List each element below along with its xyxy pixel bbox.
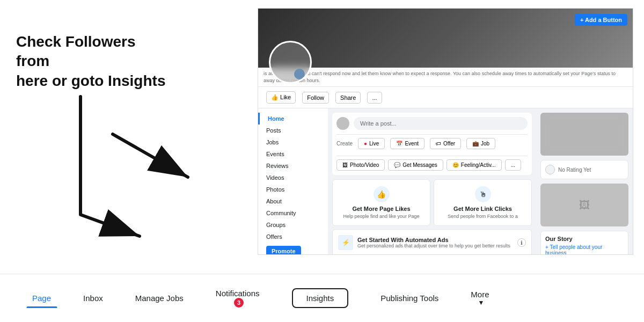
annotation-line2: here or goto Insights	[16, 72, 165, 89]
clicks-card-title: Get More Link Clicks	[441, 206, 525, 212]
ads-content: Get Started With Automated Ads Get perso…	[357, 237, 513, 248]
automated-ads-card: ⚡ Get Started With Automated Ads Get per…	[332, 229, 532, 255]
fb-create-bar: Write a post... Create ● Live 📅 Event 🏷 …	[332, 113, 532, 175]
likes-card-icon: 👍	[374, 186, 390, 202]
fb-card-row: 👍 Get More Page Likes Help people find a…	[332, 179, 532, 226]
event-btn[interactable]: 📅 Event	[390, 138, 425, 149]
sidebar-item-photos[interactable]: Photos	[258, 184, 328, 195]
fb-right-img-placeholder: 🖼	[540, 184, 628, 226]
sidebar-item-videos[interactable]: Videos	[258, 172, 328, 184]
fb-cover-photo: + Add a Button	[258, 9, 633, 68]
no-rating-text: No Rating Yet	[558, 167, 591, 173]
live-btn[interactable]: ● Live	[358, 138, 385, 149]
placeholder-icon: 🖼	[579, 199, 590, 211]
sidebar-item-groups[interactable]: Groups	[258, 219, 328, 231]
nav-manage-jobs-label: Manage Jobs	[135, 294, 184, 303]
nav-page-label: Page	[32, 294, 51, 303]
share-button[interactable]: Share	[335, 92, 361, 104]
fb-screenshot: + Add a Button is away. Tell them you ca…	[258, 8, 633, 255]
ads-icon: ⚡	[338, 235, 353, 250]
fb-main-area: Home Posts Jobs Events Reviews Videos Ph…	[258, 108, 633, 255]
get-messages-btn[interactable]: 💬 Get Messages	[388, 159, 443, 171]
fb-like-row: 👍 Like Follow Share ...	[258, 87, 633, 108]
promote-button[interactable]: Promote	[266, 246, 301, 255]
ads-info-icon[interactable]: ℹ	[517, 238, 526, 247]
ads-title: Get Started With Automated Ads	[357, 237, 513, 243]
create-more-btn[interactable]: ...	[505, 159, 521, 171]
fb-page-actions: + Add a Button	[575, 14, 627, 26]
fb-sidebar: Home Posts Jobs Events Reviews Videos Ph…	[258, 108, 328, 255]
more-arrow-icon: ▼	[478, 299, 485, 306]
post-avatar	[336, 117, 349, 130]
nav-item-page[interactable]: Page	[16, 288, 67, 308]
fb-our-story-box: Our Story + Tell people about your busin…	[540, 231, 628, 255]
follow-button[interactable]: Follow	[302, 92, 329, 104]
annotation-line1: Check Followers from	[16, 33, 136, 69]
nav-publishing-tools-label: Publishing Tools	[380, 294, 438, 303]
our-story-link[interactable]: + Tell people about your business	[545, 244, 624, 255]
get-more-clicks-card: 🖱 Get More Link Clicks Send people from …	[434, 179, 532, 226]
fb-right-panel: No Rating Yet 🖼 Our Story + Tell people …	[536, 108, 633, 255]
fb-create-action-row: Create ● Live 📅 Event 🏷 Offer 💼	[336, 134, 528, 152]
fb-center-content: Write a post... Create ● Live 📅 Event 🏷 …	[328, 108, 536, 255]
get-more-likes-card: 👍 Get More Page Likes Help people find a…	[332, 179, 430, 226]
fb-create-second-row: 🖼 Photo/Video 💬 Get Messages 😊 Feeling/A…	[336, 156, 528, 171]
notifications-badge: 3	[234, 298, 244, 308]
nav-insights-label: Insights	[292, 288, 349, 308]
bottom-nav: Page Inbox Manage Jobs Notifications 3 I…	[0, 274, 644, 322]
clicks-card-desc: Send people from Facebook to a	[441, 214, 525, 219]
offer-btn[interactable]: 🏷 Offer	[430, 138, 461, 149]
photo-video-btn[interactable]: 🖼 Photo/Video	[336, 159, 385, 171]
write-post-box[interactable]: Write a post...	[354, 117, 528, 130]
nav-inbox-label: Inbox	[83, 294, 103, 303]
like-button[interactable]: 👍 Like	[266, 91, 296, 104]
fb-away-msg: is away. Tell them you can't respond now…	[258, 68, 633, 87]
clicks-card-icon: 🖱	[475, 186, 491, 202]
fb-right-image	[540, 113, 628, 156]
nav-item-more[interactable]: More ▼	[455, 284, 505, 312]
sidebar-item-events[interactable]: Events	[258, 148, 328, 160]
more-button[interactable]: ...	[367, 92, 382, 104]
sidebar-item-jobs[interactable]: Jobs	[258, 136, 328, 148]
sidebar-item-community[interactable]: Community	[258, 207, 328, 219]
fb-profile-pic	[269, 41, 312, 84]
nav-more-label: More	[471, 290, 489, 299]
likes-card-title: Get More Page Likes	[339, 206, 423, 212]
likes-card-desc: Help people find and like your Page	[339, 214, 423, 219]
sidebar-item-reviews[interactable]: Reviews	[258, 160, 328, 172]
sidebar-item-offers[interactable]: Offers	[258, 231, 328, 243]
add-button[interactable]: + Add a Button	[575, 14, 627, 26]
nav-notifications-label: Notifications	[216, 289, 260, 298]
sidebar-item-home[interactable]: Home	[258, 113, 328, 125]
fb-suggestion-cards: 👍 Get More Page Likes Help people find a…	[332, 179, 532, 255]
nav-item-inbox[interactable]: Inbox	[67, 288, 119, 308]
feeling-btn[interactable]: 😊 Feeling/Activ...	[447, 159, 502, 171]
annotation-text: Check Followers from here or goto Insigh…	[16, 32, 166, 91]
create-label: Create	[336, 141, 353, 147]
nav-item-publishing-tools[interactable]: Publishing Tools	[364, 288, 455, 308]
fb-no-rating-box: No Rating Yet	[540, 160, 628, 179]
fb-create-top: Write a post...	[336, 117, 528, 130]
nav-item-notifications[interactable]: Notifications 3	[200, 283, 276, 313]
our-story-title: Our Story	[545, 236, 624, 242]
fb-right-image-content	[540, 113, 628, 156]
sidebar-item-posts[interactable]: Posts	[258, 125, 328, 136]
ads-desc: Get personalized ads that adjust over ti…	[357, 243, 513, 248]
sidebar-item-about[interactable]: About	[258, 195, 328, 207]
job-btn[interactable]: 💼 Job	[466, 138, 495, 149]
rating-circle-icon	[545, 165, 555, 174]
nav-item-manage-jobs[interactable]: Manage Jobs	[119, 288, 200, 308]
nav-item-insights[interactable]: Insights	[276, 283, 365, 313]
